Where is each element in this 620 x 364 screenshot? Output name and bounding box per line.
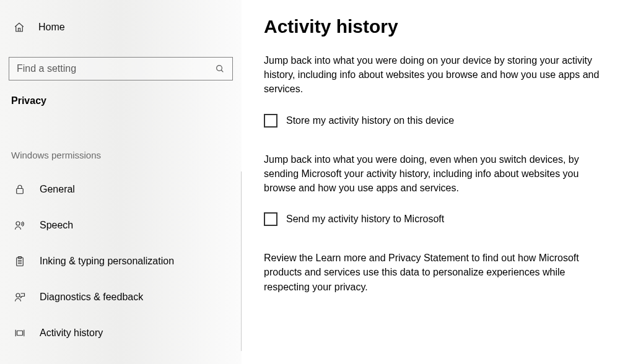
main-content: Activity history Jump back into what you… — [242, 0, 620, 364]
sidebar-item-general[interactable]: General — [0, 171, 241, 207]
paragraph-2: Jump back into what you were doing, even… — [264, 152, 609, 196]
sidebar-item-speech[interactable]: Speech — [0, 207, 241, 243]
sidebar-item-label: Speech — [40, 220, 73, 231]
sidebar-item-diagnostics[interactable]: Diagnostics & feedback — [0, 279, 241, 315]
sidebar-item-activity-history[interactable]: Activity history — [0, 315, 241, 351]
sidebar-item-label: General — [40, 184, 75, 195]
sidebar-item-label: Diagnostics & feedback — [40, 292, 143, 303]
svg-rect-2 — [17, 189, 24, 194]
page-title: Activity history — [264, 16, 609, 37]
category-title: Privacy — [0, 80, 242, 106]
paragraph-1: Jump back into what you were doing on yo… — [264, 53, 609, 97]
speech-icon — [14, 220, 26, 231]
section-header: Windows permissions — [0, 106, 242, 171]
svg-line-1 — [221, 70, 223, 72]
svg-point-3 — [16, 222, 20, 225]
sidebar-item-label: Activity history — [40, 327, 103, 339]
store-history-option[interactable]: Store my activity history on this device — [264, 114, 609, 128]
lock-icon — [14, 184, 26, 195]
search-input[interactable] — [9, 63, 207, 74]
send-history-label: Send my activity history to Microsoft — [286, 214, 444, 225]
home-icon — [14, 22, 25, 33]
store-history-checkbox[interactable] — [264, 114, 277, 128]
sidebar: Home Privacy Windows permissions — [0, 0, 242, 364]
home-button[interactable]: Home — [0, 16, 242, 38]
svg-point-9 — [16, 293, 20, 297]
send-history-option[interactable]: Send my activity history to Microsoft — [264, 212, 609, 226]
svg-rect-12 — [17, 331, 23, 336]
send-history-checkbox[interactable] — [264, 212, 277, 226]
search-icon — [207, 64, 232, 74]
home-label: Home — [38, 22, 65, 33]
store-history-label: Store my activity history on this device — [286, 115, 454, 126]
paragraph-3: Review the Learn more and Privacy Statem… — [264, 251, 609, 294]
feedback-icon — [14, 292, 26, 303]
clipboard-icon — [14, 256, 26, 267]
settings-app: Home Privacy Windows permissions — [0, 0, 620, 364]
sidebar-item-label: Inking & typing personalization — [40, 256, 174, 267]
nav-list: General Speech — [0, 171, 242, 351]
timeline-icon — [14, 327, 26, 339]
sidebar-item-inking[interactable]: Inking & typing personalization — [0, 243, 241, 279]
search-container — [9, 57, 233, 80]
search-box[interactable] — [9, 57, 233, 80]
